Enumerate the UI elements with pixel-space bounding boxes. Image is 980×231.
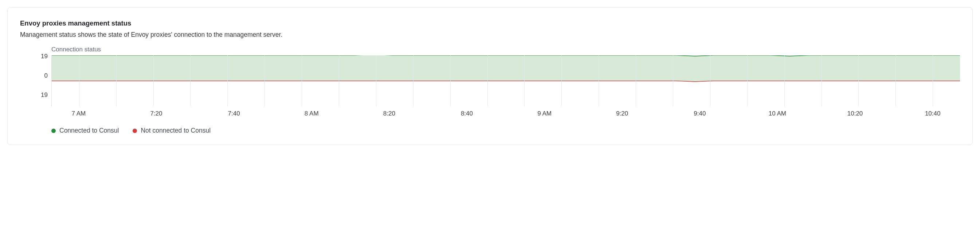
- plot-area[interactable]: [51, 56, 960, 107]
- x-tick: 8 AM: [305, 110, 319, 117]
- chart-area: 19 0 19: [20, 56, 960, 107]
- y-tick: 0: [45, 72, 48, 80]
- legend-dot-icon: [133, 129, 137, 133]
- legend-dot-icon: [51, 129, 56, 133]
- chart-svg: [52, 56, 960, 107]
- legend-item-notconnected: Not connected to Consul: [133, 127, 211, 134]
- section-title: Envoy proxies management status: [20, 19, 960, 27]
- x-tick: 8:40: [461, 110, 473, 117]
- x-tick: 7:40: [228, 110, 240, 117]
- y-tick: 19: [41, 91, 48, 99]
- legend-item-connected: Connected to Consul: [51, 127, 119, 134]
- x-tick: 9 AM: [537, 110, 552, 117]
- x-tick: 8:20: [383, 110, 395, 117]
- x-tick: 10 AM: [769, 110, 786, 117]
- x-tick: 7 AM: [72, 110, 86, 117]
- y-axis: 19 0 19: [20, 56, 51, 107]
- legend: Connected to Consul Not connected to Con…: [51, 127, 960, 134]
- section-description: Management status shows the state of Env…: [20, 31, 960, 38]
- x-axis: 7 AM7:207:408 AM8:208:409 AM9:209:4010 A…: [51, 110, 960, 119]
- chart-title: Connection status: [51, 46, 960, 53]
- legend-label: Connected to Consul: [59, 127, 119, 134]
- legend-label: Not connected to Consul: [141, 127, 211, 134]
- x-tick: 7:20: [150, 110, 162, 117]
- status-card: Envoy proxies management status Manageme…: [7, 7, 973, 145]
- x-tick: 10:20: [847, 110, 863, 117]
- y-tick: 19: [41, 53, 48, 60]
- x-tick: 9:20: [616, 110, 628, 117]
- x-tick: 10:40: [925, 110, 941, 117]
- x-tick: 9:40: [694, 110, 706, 117]
